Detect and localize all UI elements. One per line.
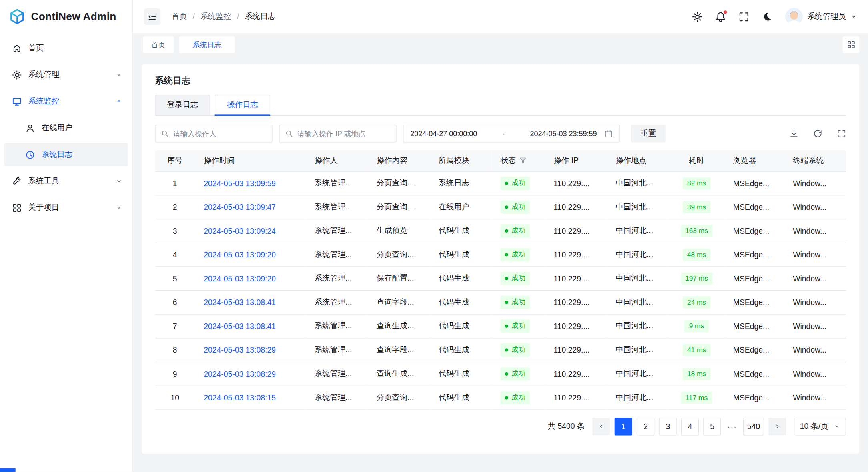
cell-os: Window...: [784, 386, 846, 409]
cell-duration: 18 ms: [669, 362, 724, 385]
table-row[interactable]: 7 2024-05-03 13:08:41 系统管理... 查询生成... 代码…: [155, 314, 846, 337]
sidebar-item-system-monitor[interactable]: 系统监控: [4, 90, 128, 113]
cell-time: 2024-05-03 13:08:29: [195, 362, 306, 385]
status-label: 成功: [511, 297, 525, 307]
duration-badge: 9 ms: [685, 320, 709, 332]
sidebar-item-system-tools[interactable]: 系统工具: [4, 169, 128, 193]
cell-module: 代码生成: [430, 338, 492, 362]
time-link[interactable]: 2024-05-03 13:09:47: [204, 203, 276, 211]
cell-module: 系统日志: [430, 171, 492, 195]
table-row[interactable]: 5 2024-05-03 13:09:20 系统管理... 保存配置... 代码…: [155, 266, 846, 290]
reset-button[interactable]: 重置: [631, 125, 666, 142]
status-dot-icon: [505, 301, 508, 304]
strip-tab-home[interactable]: 首页: [143, 36, 174, 53]
cell-duration: 24 ms: [669, 290, 724, 314]
user-icon: [26, 123, 35, 133]
cell-ip: 110.229....: [545, 219, 607, 242]
time-link[interactable]: 2024-05-03 13:08:41: [204, 321, 276, 330]
page-size-select[interactable]: 10 条/页: [794, 417, 846, 435]
cell-duration: 41 ms: [669, 338, 724, 362]
pagination-next-button[interactable]: [768, 417, 786, 435]
status-label: 成功: [511, 250, 525, 259]
sidebar-item-online-users[interactable]: 在线用户: [4, 116, 128, 140]
cell-index: 5: [155, 266, 195, 290]
cell-module: 代码生成: [430, 290, 492, 314]
status-label: 成功: [511, 226, 525, 235]
download-icon[interactable]: [790, 129, 798, 138]
strip-tab-system-logs[interactable]: 系统日志: [179, 36, 235, 53]
table-row[interactable]: 4 2024-05-03 13:09:20 系统管理... 分页查询... 代码…: [155, 243, 846, 266]
cell-location: 中国河北...: [607, 386, 669, 409]
pagination-page-button[interactable]: 5: [703, 417, 721, 435]
tab-login-logs[interactable]: 登录日志: [155, 95, 210, 115]
time-link[interactable]: 2024-05-03 13:08:41: [204, 298, 276, 307]
duration-badge: 197 ms: [681, 272, 712, 284]
cell-location: 中国河北...: [607, 290, 669, 314]
table-row[interactable]: 6 2024-05-03 13:08:41 系统管理... 查询字段... 代码…: [155, 290, 846, 314]
cell-time: 2024-05-03 13:09:24: [195, 219, 306, 242]
tab-operation-logs[interactable]: 操作日志: [215, 95, 270, 115]
search-icon: [285, 130, 293, 137]
status-dot-icon: [505, 181, 508, 185]
time-link[interactable]: 2024-05-03 13:08:29: [204, 369, 276, 378]
table-row[interactable]: 2 2024-05-03 13:09:47 系统管理... 分页查询... 在线…: [155, 195, 846, 219]
expand-icon[interactable]: [837, 129, 846, 138]
time-link[interactable]: 2024-05-03 13:09:20: [204, 274, 276, 283]
search-icon: [161, 130, 169, 137]
settings-icon[interactable]: [692, 11, 702, 22]
table-actions: [790, 129, 846, 138]
status-label: 成功: [511, 393, 525, 402]
ip-search-input[interactable]: [297, 129, 390, 138]
fullscreen-icon[interactable]: [739, 11, 749, 22]
refresh-icon[interactable]: [813, 129, 822, 138]
date-range-picker[interactable]: 2024-04-27 00:00:00 - 2024-05-03 23:59:5…: [403, 125, 620, 142]
table-row[interactable]: 1 2024-05-03 13:09:59 系统管理... 分页查询... 系统…: [155, 171, 846, 195]
pagination-prev-button[interactable]: [593, 417, 610, 435]
pagination-last-page-button[interactable]: 540: [743, 417, 764, 435]
pagination-page-button[interactable]: 2: [637, 417, 654, 435]
cell-location: 中国河北...: [607, 314, 669, 337]
menu-fold-icon: [148, 12, 156, 21]
sidebar-item-label: 系统工具: [28, 176, 59, 186]
time-link[interactable]: 2024-05-03 13:08:29: [204, 345, 276, 354]
table-row[interactable]: 9 2024-05-03 13:08:29 系统管理... 查询生成... 代码…: [155, 362, 846, 385]
breadcrumb-item[interactable]: 系统监控: [200, 12, 231, 22]
time-link[interactable]: 2024-05-03 13:09:59: [204, 179, 276, 187]
cell-operator: 系统管理...: [306, 290, 368, 314]
pagination-ellipsis[interactable]: ···: [726, 422, 739, 431]
time-link[interactable]: 2024-05-03 13:09:20: [204, 250, 276, 259]
pagination-page-button[interactable]: 4: [681, 417, 699, 435]
cell-time: 2024-05-03 13:09:20: [195, 243, 306, 266]
sidebar-item-about-project[interactable]: 关于项目: [4, 196, 128, 219]
operator-search-input[interactable]: [173, 129, 266, 138]
time-link[interactable]: 2024-05-03 13:09:24: [204, 226, 276, 235]
topbar: 首页 / 系统监控 / 系统日志: [133, 0, 868, 33]
pagination-page-button[interactable]: 1: [615, 417, 632, 435]
notifications-button[interactable]: [715, 11, 726, 22]
cell-time: 2024-05-03 13:08:29: [195, 338, 306, 362]
breadcrumb-item[interactable]: 首页: [172, 12, 187, 22]
sidebar-item-label: 系统管理: [28, 70, 59, 80]
chevron-down-icon: [116, 71, 122, 78]
status-badge: 成功: [501, 224, 530, 237]
sidebar-item-system-logs[interactable]: 系统日志: [4, 143, 128, 166]
sidebar-item-system-management[interactable]: 系统管理: [4, 63, 128, 86]
cell-operator: 系统管理...: [306, 171, 368, 195]
moon-icon[interactable]: [762, 11, 772, 22]
status-badge: 成功: [501, 391, 530, 404]
operator-search-field[interactable]: [155, 125, 272, 142]
ip-search-field[interactable]: [279, 125, 396, 142]
pagination-page-button[interactable]: 3: [659, 417, 677, 435]
time-link[interactable]: 2024-05-03 13:08:15: [204, 393, 276, 402]
table-row[interactable]: 10 2024-05-03 13:08:15 系统管理... 分页查询... 代…: [155, 386, 846, 409]
filter-icon[interactable]: [519, 157, 527, 164]
table-row[interactable]: 3 2024-05-03 13:09:24 系统管理... 生成预览 代码生成 …: [155, 219, 846, 242]
cell-time: 2024-05-03 13:08:15: [195, 386, 306, 409]
table-row[interactable]: 8 2024-05-03 13:08:29 系统管理... 查询字段... 代码…: [155, 338, 846, 362]
sidebar-item-home[interactable]: 首页: [4, 36, 128, 60]
user-menu[interactable]: 系统管理员: [785, 8, 857, 25]
tab-actions-button[interactable]: [843, 36, 860, 53]
sidebar-collapse-button[interactable]: [144, 8, 161, 25]
cell-index: 4: [155, 243, 195, 266]
cell-ip: 110.229....: [545, 338, 607, 362]
